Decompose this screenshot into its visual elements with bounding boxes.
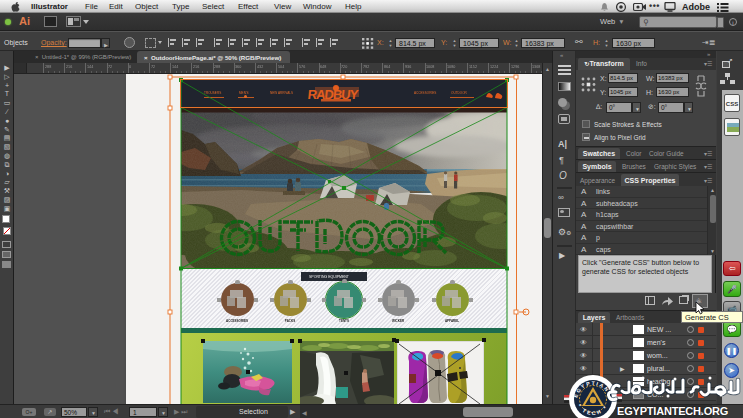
svg-text:EGYPTIANTECH.ORG: EGYPTIANTECH.ORG: [617, 405, 728, 417]
